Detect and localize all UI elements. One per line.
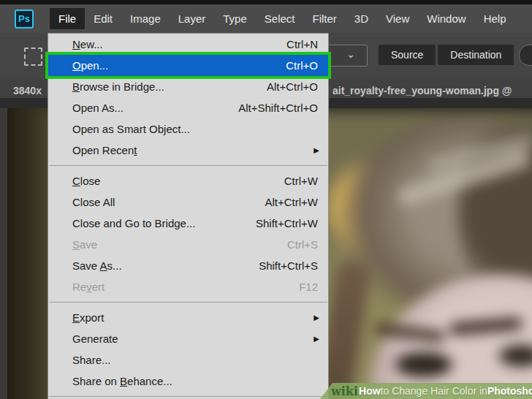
menu-item-revert: RevertF12 [48, 276, 328, 297]
menu-item-shortcut: Shift+Ctrl+S [259, 259, 328, 272]
menu-item-label: Close All [48, 196, 115, 208]
menu-item-shortcut: Ctrl+N [286, 38, 328, 50]
destination-button[interactable]: Destination [438, 45, 514, 65]
menu-item-save-as[interactable]: Save As...Shift+Ctrl+S [48, 255, 328, 276]
menu-item-label: Open As... [48, 102, 123, 114]
watermark-title-middle: to Change Hair Color in [381, 385, 487, 397]
menu-item-label: Open... [48, 59, 108, 72]
menu-item-open[interactable]: Open...Ctrl+O [48, 55, 328, 76]
options-bar-edge-control[interactable] [519, 45, 532, 66]
menu-item-label: Save [48, 238, 97, 251]
document-tab-title-right[interactable]: ait_royalty-free_young-woman.jpg @ [332, 85, 512, 96]
menubar-item-help[interactable]: Help [475, 8, 515, 29]
menubar-item-type[interactable]: Type [214, 8, 256, 29]
menubar-item-select[interactable]: Select [256, 8, 304, 29]
menu-item-label: Open Recent [48, 144, 137, 156]
file-menu: New...Ctrl+NOpen...Ctrl+OBrowse in Bridg… [48, 33, 329, 399]
menubar-item-layer[interactable]: Layer [170, 8, 215, 29]
menubar-item-window[interactable]: Window [418, 8, 474, 29]
wikihow-watermark: wiki How to Change Hair Color in Photosh… [320, 383, 532, 399]
menu-item-share-on-behance[interactable]: Share on Behance... [48, 370, 328, 392]
menu-item-open-recent[interactable]: Open Recent▶ [48, 140, 328, 161]
menu-item-label: Close and Go to Bridge... [48, 217, 195, 229]
menu-item-label: Share... [48, 354, 111, 366]
menubar-item-edit[interactable]: Edit [85, 8, 121, 29]
menu-item-generate[interactable]: Generate▶ [48, 328, 328, 349]
menu-item-close-and-go-to-bridge[interactable]: Close and Go to Bridge...Shift+Ctrl+W [48, 213, 328, 234]
menu-item-shortcut: Shift+Ctrl+W [256, 217, 328, 229]
menu-item-shortcut: Ctrl+O [286, 59, 328, 72]
rectangular-marquee-icon[interactable] [24, 48, 42, 66]
menu-item-shortcut: Alt+Ctrl+W [265, 196, 328, 208]
menu-item-save: SaveCtrl+S [48, 234, 328, 255]
document-tab-title-left[interactable]: 3840x [13, 85, 42, 96]
menu-item-label: Export [48, 311, 104, 324]
menu-item-share[interactable]: Share... [48, 349, 328, 370]
menubar-item-file[interactable]: File [50, 8, 85, 29]
menu-separator [49, 165, 327, 166]
menu-item-label: Save As... [48, 259, 122, 272]
menu-item-shortcut: Alt+Shift+Ctrl+O [238, 102, 328, 114]
menu-item-new[interactable]: New...Ctrl+N [48, 34, 328, 55]
menu-item-close[interactable]: CloseCtrl+W [48, 170, 328, 191]
menu-item-shortcut: Ctrl+S [287, 238, 328, 251]
source-button[interactable]: Source [379, 45, 436, 65]
menu-item-shortcut: Ctrl+W [284, 175, 328, 187]
menubar-item-image[interactable]: Image [121, 8, 170, 29]
menu-item-label: Close [48, 175, 100, 187]
menu-item-label: Revert [48, 281, 104, 293]
menu-item-label: Browse in Bridge... [48, 80, 164, 93]
menubar-item-filter[interactable]: Filter [304, 8, 346, 29]
menu-item-label: New... [48, 38, 103, 50]
menu-item-open-as-smart-object[interactable]: Open as Smart Object... [48, 118, 328, 140]
watermark-title-tail: Photoshop [487, 385, 532, 397]
submenu-arrow-icon: ▶ [314, 314, 328, 322]
menu-item-close-all[interactable]: Close AllAlt+Ctrl+W [48, 191, 328, 213]
menubar-item-view[interactable]: View [377, 8, 418, 29]
menu-separator [49, 302, 327, 303]
menu-item-shortcut: Alt+Ctrl+O [267, 80, 328, 93]
photoshop-window: Ps FileEditImageLayerTypeSelectFilter3DV… [0, 0, 532, 399]
wikihow-logo: wiki [331, 384, 358, 398]
menu-item-browse-in-bridge[interactable]: Browse in Bridge...Alt+Ctrl+O [48, 76, 328, 97]
menu-item-label: Open as Smart Object... [48, 123, 190, 135]
menu-bar: Ps FileEditImageLayerTypeSelectFilter3DV… [0, 4, 532, 33]
source-destination-toggle: Source Destination [379, 45, 514, 65]
menubar-item-3d[interactable]: 3D [346, 8, 377, 29]
menu-item-open-as[interactable]: Open As...Alt+Shift+Ctrl+O [48, 97, 328, 118]
menu-item-label: Generate [48, 332, 118, 345]
submenu-arrow-icon: ▶ [314, 146, 328, 154]
watermark-title-lead: How [359, 385, 381, 397]
menu-item-export[interactable]: Export▶ [48, 307, 328, 328]
menu-item-shortcut: F12 [299, 281, 328, 293]
photoshop-logo-icon: Ps [15, 10, 34, 28]
menu-separator [49, 396, 327, 397]
chevron-down-icon: ⌄ [346, 48, 355, 60]
submenu-arrow-icon: ▶ [314, 335, 328, 343]
menu-item-label: Share on Behance... [48, 375, 172, 387]
